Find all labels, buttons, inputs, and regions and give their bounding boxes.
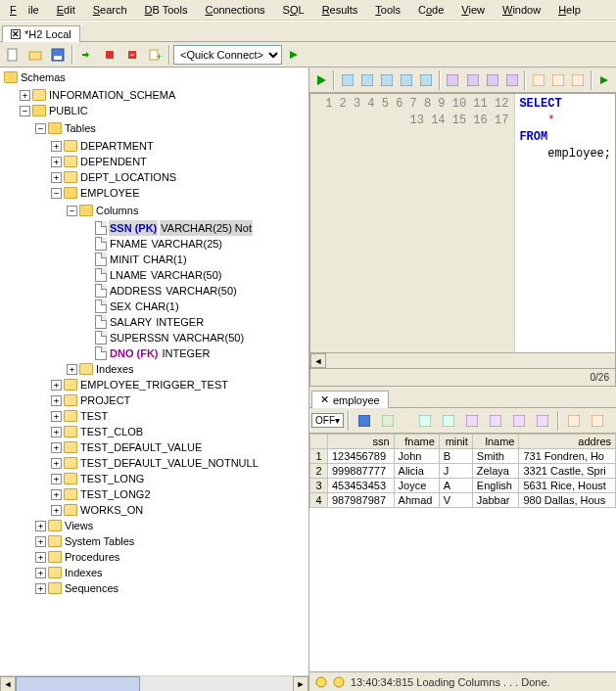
expand-icon[interactable]: + bbox=[51, 172, 62, 183]
expand-icon[interactable]: + bbox=[67, 364, 77, 375]
toolbar-button[interactable] bbox=[502, 69, 521, 91]
table-cell[interactable]: John bbox=[394, 449, 439, 464]
save-button[interactable] bbox=[47, 44, 69, 66]
expand-icon[interactable]: + bbox=[51, 395, 62, 406]
toolbar-button[interactable] bbox=[549, 69, 568, 91]
expand-icon[interactable]: + bbox=[35, 552, 46, 563]
tree-table[interactable]: +DEPT_LOCATIONS bbox=[51, 169, 177, 185]
column-header[interactable]: fname bbox=[394, 435, 439, 449]
menu-help[interactable]: Help bbox=[552, 2, 587, 18]
tree-table[interactable]: +TEST_DEFAULT_VALUE_NOTNULL bbox=[51, 455, 260, 471]
expand-icon[interactable]: + bbox=[51, 427, 62, 438]
run-button[interactable] bbox=[311, 69, 330, 91]
collapse-icon[interactable]: − bbox=[20, 106, 30, 116]
toolbar-button[interactable] bbox=[483, 69, 501, 91]
sql-editor[interactable]: 1 2 3 4 5 6 7 8 9 10 11 12 13 14 15 16 1… bbox=[309, 93, 616, 387]
quick-connect-go[interactable] bbox=[283, 44, 305, 66]
expand-icon[interactable]: + bbox=[51, 489, 62, 500]
table-row[interactable]: 2999887777AliciaJZelaya3321 Castle, Spri bbox=[310, 464, 616, 479]
close-tab-icon[interactable]: ✕ bbox=[320, 393, 329, 406]
tree-root[interactable]: Schemas bbox=[4, 69, 67, 85]
tree-node[interactable]: +Indexes bbox=[67, 361, 135, 377]
menu-search[interactable]: Search bbox=[87, 2, 133, 18]
results-grid[interactable]: ssnfnameminitlnameaddres 1123456789JohnB… bbox=[309, 434, 616, 671]
table-row[interactable]: 4987987987AhmadVJabbar980 Dallas, Hous bbox=[310, 493, 616, 508]
tree-column[interactable]: ADDRESS VARCHAR(50) bbox=[82, 283, 238, 299]
expand-icon[interactable]: + bbox=[51, 442, 62, 453]
results-button[interactable] bbox=[587, 410, 608, 432]
column-header[interactable]: lname bbox=[472, 435, 519, 449]
off-toggle[interactable]: OFF ▾ bbox=[311, 413, 344, 428]
tree-sequences[interactable]: +Sequences bbox=[35, 580, 119, 596]
table-cell[interactable]: Smith bbox=[472, 449, 519, 464]
tree-column[interactable]: SALARY INTEGER bbox=[82, 314, 205, 330]
table-cell[interactable]: Joyce bbox=[394, 479, 439, 493]
tree-schema[interactable]: −PUBLIC bbox=[20, 103, 89, 118]
tree-column[interactable]: SUPERSSN VARCHAR(50) bbox=[82, 330, 245, 346]
editor-scrollbar[interactable]: ◄ bbox=[310, 352, 615, 368]
close-tab-icon[interactable]: ✕ bbox=[11, 29, 21, 39]
toolbar-button[interactable] bbox=[398, 69, 416, 91]
tree-node[interactable]: −Columns bbox=[67, 203, 139, 218]
column-header[interactable]: minit bbox=[439, 435, 472, 449]
save-results-button[interactable] bbox=[354, 410, 375, 432]
table-cell[interactable]: 980 Dallas, Hous bbox=[519, 493, 616, 508]
window-tab[interactable]: ✕ *H2 Local bbox=[2, 25, 80, 42]
column-header[interactable]: addres bbox=[519, 435, 616, 449]
connect-button[interactable] bbox=[76, 44, 98, 66]
expand-icon[interactable]: + bbox=[51, 380, 62, 391]
table-cell[interactable]: B bbox=[439, 449, 472, 464]
table-cell[interactable]: Jabbar bbox=[472, 493, 519, 508]
menu-window[interactable]: Window bbox=[497, 2, 546, 18]
results-button[interactable] bbox=[508, 410, 530, 432]
expand-icon[interactable]: + bbox=[51, 157, 62, 167]
column-header[interactable]: ssn bbox=[328, 435, 395, 449]
tree-column[interactable]: LNAME VARCHAR(50) bbox=[82, 267, 222, 283]
table-cell[interactable]: 731 Fondren, Ho bbox=[519, 449, 616, 464]
tree-table[interactable]: +DEPARTMENT bbox=[51, 138, 155, 154]
tree-column[interactable]: FNAME VARCHAR(25) bbox=[82, 236, 223, 252]
menu-edit[interactable]: Edit bbox=[51, 2, 81, 18]
menu-tools[interactable]: Tools bbox=[369, 2, 406, 18]
expand-icon[interactable]: + bbox=[35, 568, 46, 578]
collapse-icon[interactable]: − bbox=[67, 206, 77, 216]
tree-table[interactable]: +TEST_DEFAULT_VALUE bbox=[51, 439, 203, 455]
tree-column[interactable]: MINIT CHAR(1) bbox=[82, 252, 188, 267]
menu-sql[interactable]: SQL bbox=[277, 2, 310, 18]
tree-table[interactable]: +TEST_CLOB bbox=[51, 424, 144, 439]
tree-table[interactable]: +TEST_LONG2 bbox=[51, 486, 152, 502]
expand-icon[interactable]: + bbox=[35, 583, 46, 594]
editor-code[interactable]: SELECT *FROM employee; bbox=[515, 94, 615, 352]
table-cell[interactable]: A bbox=[439, 479, 472, 493]
menu-connections[interactable]: Connections bbox=[199, 2, 270, 18]
table-cell[interactable]: 3321 Castle, Spri bbox=[519, 464, 616, 479]
table-cell[interactable]: Ahmad bbox=[394, 493, 439, 508]
tree-column[interactable]: SEX CHAR(1) bbox=[82, 299, 180, 314]
table-cell[interactable]: English bbox=[472, 479, 519, 493]
tree-table[interactable]: +TEST_LONG bbox=[51, 471, 145, 486]
table-cell[interactable]: 123456789 bbox=[328, 449, 395, 464]
table-cell[interactable]: 999887777 bbox=[328, 464, 395, 479]
results-tab[interactable]: ✕ employee bbox=[311, 391, 389, 408]
toolbar-button[interactable] bbox=[417, 69, 436, 91]
schema-tree[interactable]: Schemas +INFORMATION_SCHEMA −PUBLIC −Tab… bbox=[0, 68, 308, 675]
tree-table[interactable]: +WORKS_ON bbox=[51, 502, 144, 518]
table-row[interactable]: 1123456789JohnBSmith731 Fondren, Ho bbox=[310, 449, 616, 464]
results-button[interactable] bbox=[438, 410, 459, 432]
collapse-icon[interactable]: − bbox=[51, 188, 62, 199]
table-cell[interactable]: Alicia bbox=[394, 464, 439, 479]
table-cell[interactable]: 987987987 bbox=[328, 493, 395, 508]
expand-icon[interactable]: + bbox=[51, 141, 62, 152]
results-button[interactable] bbox=[485, 410, 506, 432]
tree-table[interactable]: +PROJECT bbox=[51, 392, 131, 408]
toolbar-button[interactable] bbox=[529, 69, 547, 91]
tree-table[interactable]: +TEST bbox=[51, 408, 109, 424]
results-button[interactable] bbox=[377, 410, 399, 432]
tree-table[interactable]: +EMPLOYEE_TRIGGER_TEST bbox=[51, 377, 229, 392]
tree-column[interactable]: DNO (FK) INTEGER bbox=[82, 346, 211, 361]
tree-table[interactable]: +DEPENDENT bbox=[51, 154, 148, 169]
table-cell[interactable]: 5631 Rice, Houst bbox=[519, 479, 616, 493]
tree-system-tables[interactable]: +System Tables bbox=[35, 533, 135, 549]
collapse-icon[interactable]: − bbox=[35, 123, 46, 134]
table-cell[interactable]: Zelaya bbox=[472, 464, 519, 479]
